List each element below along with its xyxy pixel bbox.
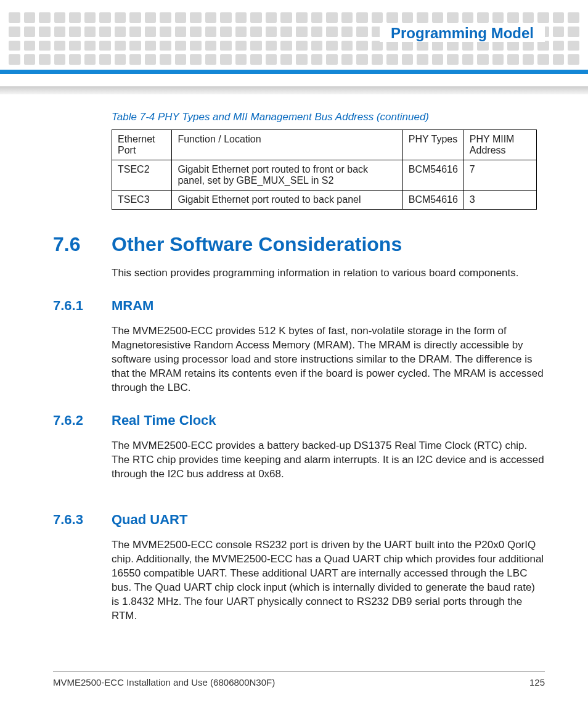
section-number: 7.6.2	[53, 413, 112, 429]
section-number: 7.6.1	[53, 298, 112, 314]
section-heading-7-6-2: 7.6.2 Real Time Clock	[53, 413, 545, 429]
section-intro-text: This section provides programming inform…	[112, 266, 545, 281]
section-body-text: The MVME2500-ECC provides a battery back…	[112, 439, 545, 482]
section-title: Quad UART	[112, 512, 187, 528]
cell-addr: 3	[463, 191, 536, 210]
header-rule-gradient	[0, 86, 588, 94]
table-caption: Table 7-4 PHY Types and MII Management B…	[112, 111, 545, 123]
cell-addr: 7	[463, 160, 536, 191]
section-body-text: The MVME2500-ECC console RS232 port is d…	[112, 538, 545, 623]
table-header-row: Ethernet Port Function / Location PHY Ty…	[112, 130, 537, 160]
section-heading-7-6-1: 7.6.1 MRAM	[53, 298, 545, 314]
section-title: Other Software Considerations	[112, 233, 402, 256]
cell-func: Gigabit Ethernet port routed to front or…	[172, 160, 402, 191]
cell-port: TSEC2	[112, 160, 172, 191]
section-title: Real Time Clock	[112, 413, 216, 429]
cell-type: BCM54616	[402, 160, 463, 191]
col-phy-miim-address: PHY MIIM Address	[463, 130, 536, 160]
section-heading-7-6-3: 7.6.3 Quad UART	[53, 512, 545, 528]
table-row: TSEC2 Gigabit Ethernet port routed to fr…	[112, 160, 537, 191]
col-ethernet-port: Ethernet Port	[112, 130, 172, 160]
phy-table: Ethernet Port Function / Location PHY Ty…	[112, 129, 537, 210]
section-number: 7.6.3	[53, 512, 112, 528]
cell-port: TSEC3	[112, 191, 172, 210]
cell-func: Gigabit Ethernet port routed to back pan…	[172, 191, 402, 210]
table-row: TSEC3 Gigabit Ethernet port routed to ba…	[112, 191, 537, 210]
cell-type: BCM54616	[402, 191, 463, 210]
footer-doc-title: MVME2500-ECC Installation and Use (68068…	[53, 677, 275, 688]
col-function-location: Function / Location	[172, 130, 402, 160]
col-phy-types: PHY Types	[402, 130, 463, 160]
header-rule-blue	[0, 70, 588, 74]
footer-page-number: 125	[529, 677, 545, 688]
page-footer: MVME2500-ECC Installation and Use (68068…	[53, 671, 545, 688]
section-number: 7.6	[53, 233, 112, 256]
chapter-title: Programming Model	[380, 25, 545, 42]
section-heading-7-6: 7.6 Other Software Considerations	[53, 233, 545, 256]
section-title: MRAM	[112, 298, 153, 314]
section-body-text: The MVME2500-ECC provides 512 K bytes of…	[112, 324, 545, 395]
footer-rule	[53, 671, 545, 672]
